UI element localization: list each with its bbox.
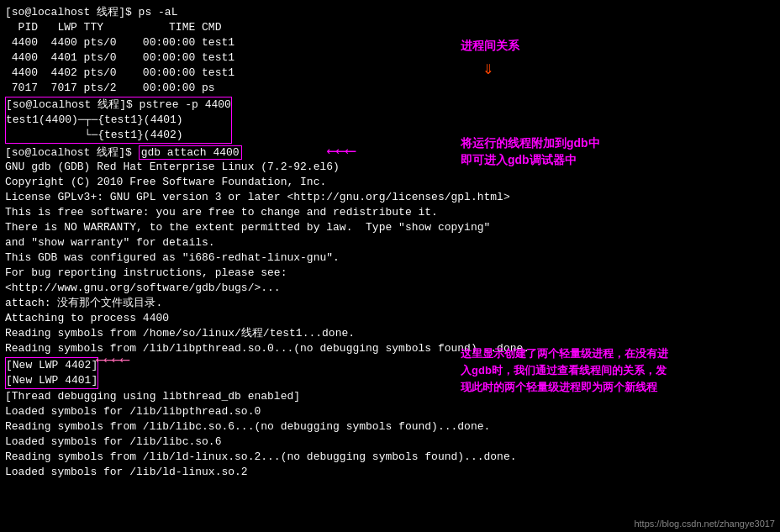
terminal-line-8: test1(4400)─┬─{test1}(4401): [6, 113, 231, 128]
terminal-line-5: 4400 4402 pts/0 00:00:00 test1: [5, 66, 775, 81]
lwp-line-2: [New LWP 4401]: [6, 373, 98, 388]
gdb-line-1: GNU gdb (GDB) Red Hat Enterprise Linux (…: [5, 160, 775, 175]
gdb-line-2: Copyright (C) 2010 Free Software Foundat…: [5, 175, 775, 190]
gdb-command: gdb attach 4400: [139, 145, 242, 160]
terminal-line-2: PID LWP TTY TIME CMD: [5, 20, 775, 35]
gdb-line-12: Reading symbols from /home/so/linux/线程/t…: [5, 326, 775, 341]
terminal-line-6: 7017 7017 pts/2 00:00:00 ps: [5, 81, 775, 96]
terminal-line-3: 4400 4400 pts/0 00:00:00 test1: [5, 35, 775, 50]
thread-debug-line: [Thread debugging using libthread_db ena…: [5, 389, 775, 404]
terminal-line-1: [so@localhost 线程]$ ps -aL: [5, 5, 775, 20]
gdb-line-3: License GPLv3+: GNU GPL version 3 or lat…: [5, 190, 775, 205]
gdb-line-10: attach: 没有那个文件或目录.: [5, 296, 775, 311]
annotation-lwp-1: 这里显示创建了两个轻量级进程，在没有进: [461, 346, 668, 361]
annotation-gdb-attach: 将运行的线程附加到gdb中: [461, 136, 600, 151]
gdb-line-4: This is free software: you are free to c…: [5, 205, 775, 220]
read-ld: Reading symbols from /lib/ld-linux.so.2.…: [5, 450, 775, 465]
watermark: https://blog.csdn.net/zhangye3017: [634, 519, 775, 529]
annotation-process-relation: 进程间关系: [461, 39, 519, 54]
annotation-lwp-3: 现此时的两个轻量级进程即为两个新线程: [461, 380, 657, 395]
loaded-2: Loaded symbols for /lib/libc.so.6: [5, 435, 775, 450]
arrow-lwp: ⟵⟵⟵⟵: [97, 351, 129, 368]
loaded-3: Loaded symbols for /lib/ld-linux.so.2: [5, 465, 775, 480]
annotation-lwp-2: 入gdb时，我们通过查看线程间的关系，发: [461, 363, 667, 378]
terminal-line-9: └─{test1}(4402): [6, 128, 231, 143]
gdb-line-8: For bug reporting instructions, please s…: [5, 266, 775, 281]
terminal: [so@localhost 线程]$ ps -aL PID LWP TTY TI…: [0, 0, 780, 532]
gdb-line-9: <http://www.gnu.org/software/gdb/bugs/>.…: [5, 281, 775, 296]
gdb-line-6: and "show warranty" for details.: [5, 235, 775, 250]
gdb-line-7: This GDB was configured as "i686-redhat-…: [5, 250, 775, 266]
terminal-line-4: 4400 4401 pts/0 00:00:00 test1: [5, 50, 775, 66]
terminal-line-7: [so@localhost 线程]$ pstree -p 4400: [6, 97, 231, 113]
read-libc: Reading symbols from /lib/libc.so.6...(n…: [5, 419, 775, 435]
lwp-line-1: [New LWP 4402]: [6, 358, 98, 373]
gdb-line-5: There is NO WARRANTY, to the extent perm…: [5, 220, 775, 235]
annotation-gdb-enter: 即可进入gdb调试器中: [461, 153, 577, 168]
loaded-1: Loaded symbols for /lib/libpthread.so.0: [5, 404, 775, 419]
arrow-down-process: ⇓: [482, 57, 493, 80]
gdb-line-11: Attaching to process 4400: [5, 311, 775, 326]
arrow-gdb: ⟵⟵⟵: [328, 141, 356, 160]
